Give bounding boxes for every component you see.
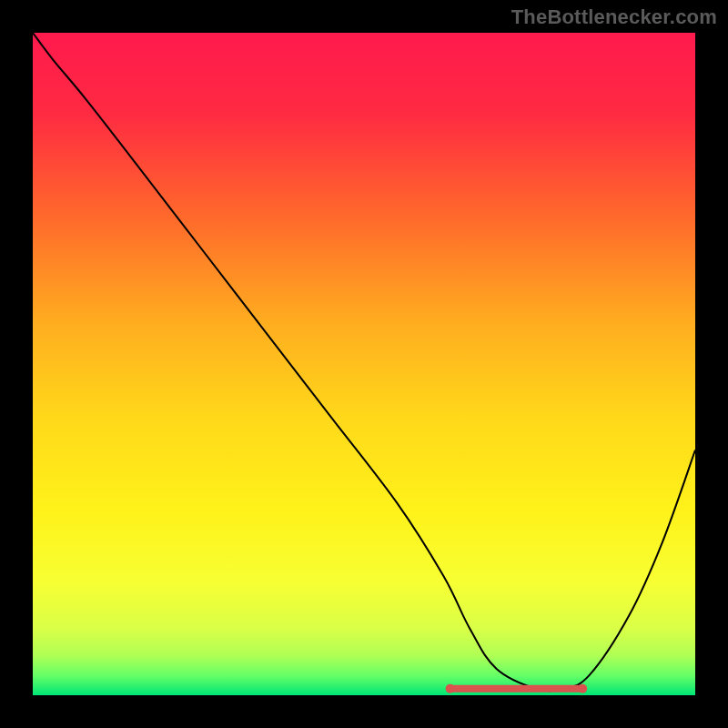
gradient-background <box>33 33 695 695</box>
watermark-text: TheBottlenecker.com <box>511 5 717 29</box>
optimal-range-endpoint-right <box>578 684 587 693</box>
bottleneck-chart <box>0 0 728 728</box>
optimal-range-endpoint-left <box>446 684 455 693</box>
chart-container: TheBottlenecker.com <box>0 0 728 728</box>
